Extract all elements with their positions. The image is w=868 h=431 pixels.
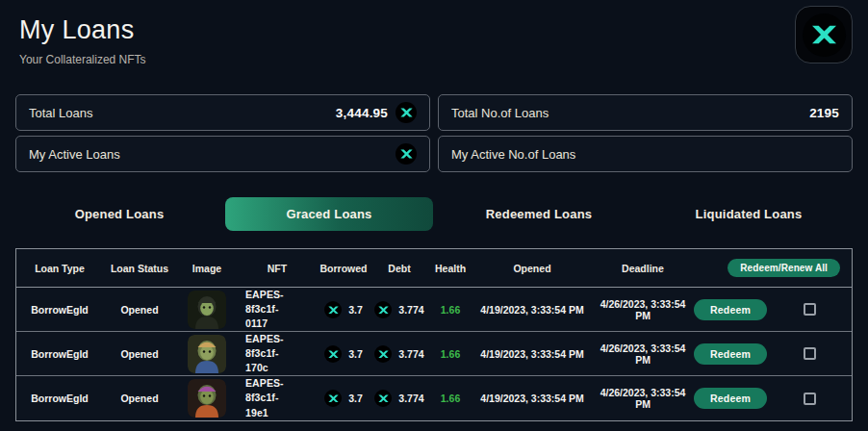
- multiversx-x-icon: [803, 13, 846, 57]
- col-header-borrowed: Borrowed: [317, 263, 370, 274]
- stat-label: Total Loans: [29, 106, 93, 120]
- nft-image-cell: [176, 335, 238, 373]
- page-header: My Loans Your Collateralized NFTs: [0, 0, 868, 66]
- debt-cell: 3.774: [370, 301, 428, 318]
- col-header-loan-type: Loan Type: [16, 263, 103, 274]
- stat-card-total-loans: Total Loans 3,444.95: [15, 94, 430, 131]
- page-subtitle: Your Collateralized NFTs: [19, 53, 849, 66]
- stat-value: 3,444.95: [336, 106, 388, 120]
- nft-id: 170c: [245, 362, 268, 373]
- col-header-loan-status: Loan Status: [103, 263, 176, 274]
- col-header-opened: Opened: [472, 263, 592, 274]
- borrowed-cell: 3.7: [317, 390, 370, 407]
- borrowed-cell: 3.7: [317, 301, 370, 318]
- stat-card-my-active-no-loans: My Active No.of Loans: [438, 136, 853, 172]
- egld-token-icon: [324, 301, 342, 318]
- egld-token-icon: [374, 390, 392, 407]
- table-header-row: Loan Type Loan Status Image NFT Borrowed…: [16, 249, 852, 288]
- nft-image-cell: [176, 291, 238, 329]
- health-cell: 1.66: [428, 304, 472, 316]
- col-header-debt: Debt: [370, 263, 428, 274]
- row-select-checkbox[interactable]: [804, 303, 816, 316]
- nft-collection: EAPES-8f3c1f-: [245, 289, 284, 315]
- nft-image-cell: [176, 379, 238, 418]
- stat-label: My Active No.of Loans: [451, 147, 575, 162]
- deadline-date-cell: 4/26/2023, 3:33:54 PM: [592, 342, 694, 366]
- debt-cell: 3.774: [370, 390, 428, 407]
- stats-grid: Total Loans 3,444.95 Total No.of Loans 2…: [15, 94, 853, 172]
- redeem-button[interactable]: Redeem: [694, 299, 767, 320]
- tab-graced-loans[interactable]: Graced Loans: [225, 197, 433, 231]
- loan-tabs: Opened Loans Graced Loans Redeemed Loans…: [15, 197, 853, 231]
- redeem-renew-all-button[interactable]: Redeem/Renew All: [728, 259, 840, 277]
- stat-card-total-no-loans: Total No.of Loans 2195: [438, 94, 853, 131]
- nft-image: [188, 379, 226, 418]
- stat-card-my-active-loans: My Active Loans: [15, 136, 430, 172]
- col-header-health: Health: [428, 263, 472, 274]
- opened-date-cell: 4/19/2023, 3:33:54 PM: [472, 304, 592, 316]
- health-cell: 1.66: [428, 393, 472, 404]
- debt-cell: 3.774: [370, 345, 428, 363]
- nft-collection: EAPES-8f3c1f-: [245, 333, 284, 359]
- col-header-image: Image: [176, 263, 238, 274]
- deadline-date-cell: 4/26/2023, 3:33:54 PM: [592, 387, 694, 410]
- row-select-checkbox[interactable]: [804, 393, 816, 405]
- egld-token-icon: [374, 301, 392, 318]
- nft-collection: EAPES-8f3c1f-: [245, 377, 284, 403]
- tab-opened-loans[interactable]: Opened Loans: [15, 197, 223, 231]
- tab-liquidated-loans[interactable]: Liquidated Loans: [645, 197, 853, 231]
- nft-id: 0117: [245, 317, 268, 329]
- redeem-button[interactable]: Redeem: [694, 343, 767, 365]
- loan-status-cell: Opened: [103, 393, 176, 404]
- nft-name-cell: EAPES-8f3c1f- 0117: [238, 288, 317, 332]
- stat-label: My Active Loans: [29, 147, 120, 162]
- loan-type-cell: BorrowEgld: [16, 393, 103, 404]
- table-row: BorrowEgld Opened EAPES-8f3c1f- 170c 3.7…: [16, 332, 852, 376]
- health-cell: 1.66: [428, 348, 472, 360]
- egld-token-icon: [324, 390, 342, 407]
- egld-token-icon: [396, 102, 417, 123]
- stat-value: 2195: [809, 106, 839, 120]
- nft-id: 19e1: [245, 407, 268, 418]
- loan-status-cell: Opened: [103, 304, 176, 316]
- row-select-checkbox[interactable]: [804, 347, 816, 360]
- nft-name-cell: EAPES-8f3c1f- 170c: [238, 332, 317, 376]
- nft-name-cell: EAPES-8f3c1f- 19e1: [238, 376, 317, 420]
- loan-status-cell: Opened: [103, 348, 176, 360]
- egld-token-icon: [396, 143, 417, 165]
- tab-redeemed-loans[interactable]: Redeemed Loans: [435, 197, 643, 231]
- col-header-deadline: Deadline: [592, 263, 694, 274]
- table-row: BorrowEgld Opened EAPES-8f3c1f- 0117 3.7…: [16, 288, 852, 332]
- loan-type-cell: BorrowEgld: [16, 304, 103, 316]
- egld-token-icon: [374, 345, 392, 363]
- col-header-nft: NFT: [238, 263, 317, 274]
- nft-image: [188, 291, 226, 329]
- loan-type-cell: BorrowEgld: [16, 348, 103, 360]
- stat-label: Total No.of Loans: [451, 106, 549, 120]
- app-logo-button[interactable]: [795, 6, 853, 63]
- nft-image: [188, 335, 226, 373]
- borrowed-cell: 3.7: [317, 345, 370, 363]
- opened-date-cell: 4/19/2023, 3:33:54 PM: [472, 393, 592, 404]
- deadline-date-cell: 4/26/2023, 3:33:54 PM: [592, 298, 694, 321]
- page-title: My Loans: [19, 13, 849, 46]
- redeem-button[interactable]: Redeem: [694, 388, 767, 409]
- egld-token-icon: [324, 345, 342, 363]
- loans-table: Loan Type Loan Status Image NFT Borrowed…: [15, 248, 853, 421]
- table-row: BorrowEgld Opened EAPES-8f3c1f- 19e1 3.7…: [16, 376, 852, 420]
- opened-date-cell: 4/19/2023, 3:33:54 PM: [472, 348, 592, 360]
